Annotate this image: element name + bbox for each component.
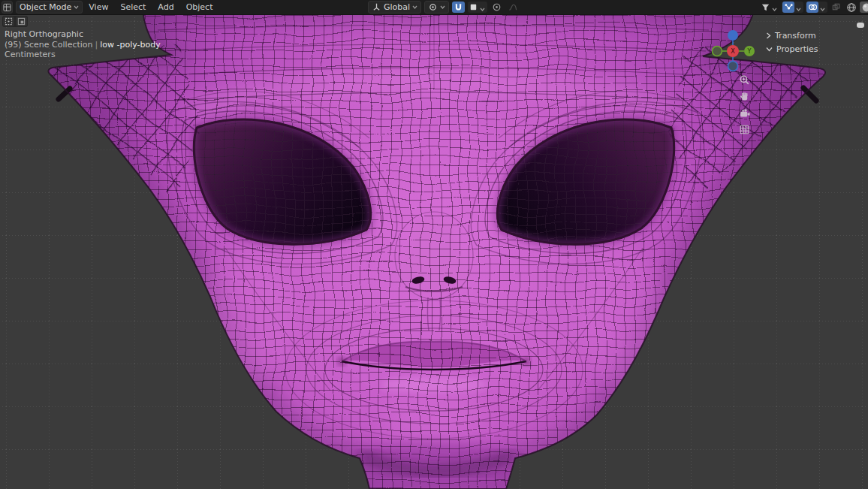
view-name-label: Right Orthographic (5, 29, 161, 40)
active-object-name: low -poly-body (100, 40, 161, 50)
viewport-corner-tools (2, 16, 28, 27)
pan-button[interactable] (738, 90, 751, 103)
show-gizmo-icon (784, 2, 794, 12)
show-gizmo-toggle[interactable] (782, 2, 794, 13)
menu-object[interactable]: Object (180, 0, 219, 14)
corner-tool-button-1[interactable] (3, 17, 14, 26)
select-box-icon (5, 17, 13, 26)
blender-window: Object Mode View Select Add Object Globa… (0, 0, 868, 489)
hand-icon (739, 91, 750, 102)
shading-solid-button[interactable] (860, 2, 868, 13)
show-overlays-icon (808, 2, 818, 12)
units-label: Centimeters (5, 50, 161, 60)
shading-solid-icon (861, 2, 868, 13)
proportional-editing-toggle[interactable] (490, 2, 503, 13)
viewport-info-overlay: Right Orthographic (95) Scene Collection… (5, 29, 161, 60)
mode-label: Object Mode (20, 2, 71, 12)
toggle-xray-button[interactable] (830, 2, 842, 13)
show-gizmo-dropdown[interactable] (782, 2, 803, 13)
show-overlays-toggle[interactable] (806, 2, 818, 13)
menu-view[interactable]: View (83, 0, 114, 14)
toggle-projection-button[interactable] (738, 123, 751, 136)
gizmo-y-label: Y (747, 48, 752, 55)
object-visibility-dropdown[interactable] (760, 2, 779, 13)
zoom-icon (739, 74, 750, 86)
chevron-right-icon (766, 32, 771, 39)
gizmo-axis-z-positive[interactable] (728, 30, 738, 41)
camera-view-button[interactable] (738, 107, 751, 119)
properties-panel-header[interactable]: Properties (766, 42, 818, 56)
transform-orientation-icon (372, 2, 381, 12)
corner-tool-button-2[interactable] (16, 17, 27, 26)
chevron-down-icon (820, 8, 825, 11)
gizmo-axis-z-negative[interactable] (728, 62, 738, 71)
proportional-editing-icon (492, 2, 502, 12)
tool-options-icon (17, 17, 26, 26)
viewport-header: Object Mode View Select Add Object Globa… (0, 0, 868, 15)
viewport-controls (738, 74, 751, 136)
pivot-point-dropdown[interactable] (424, 1, 449, 14)
chevron-down-icon (766, 47, 773, 52)
breadcrumb-separator: | (93, 40, 101, 50)
chevron-down-icon (412, 5, 417, 9)
falloff-curve-icon (508, 2, 518, 12)
gizmo-axis-y-negative[interactable] (713, 47, 722, 56)
transform-panel-label: Transform (775, 31, 816, 41)
sidebar-handle[interactable] (857, 23, 864, 28)
chevron-down-icon (796, 8, 801, 11)
chevron-down-icon (480, 8, 485, 11)
chevron-down-icon (74, 5, 79, 9)
zoom-button[interactable] (738, 74, 751, 86)
menu-add[interactable]: Add (152, 0, 179, 14)
properties-panel-label: Properties (776, 44, 818, 54)
pivot-point-icon (428, 2, 438, 12)
show-overlays-dropdown[interactable] (806, 2, 827, 13)
editor-type-button[interactable] (2, 1, 13, 14)
collection-label: (95) Scene Collection (5, 40, 93, 50)
camera-icon (739, 108, 751, 119)
proportional-falloff-dropdown[interactable] (506, 2, 519, 13)
menu-select[interactable]: Select (114, 0, 152, 14)
shading-wireframe-icon (846, 2, 857, 13)
snap-toggle-button[interactable] (452, 2, 465, 13)
transform-panel-header[interactable]: Transform (766, 29, 818, 42)
object-visibility-funnel-icon (761, 2, 770, 12)
navigation-gizmo[interactable]: X Y (712, 27, 757, 74)
active-object-breadcrumb: (95) Scene Collection|low -poly-body (5, 40, 161, 50)
shading-wireframe-button[interactable] (845, 2, 857, 13)
editor-type-icon (3, 3, 11, 12)
mode-dropdown[interactable]: Object Mode (16, 1, 83, 14)
chevron-down-icon (772, 8, 777, 11)
chevron-down-icon (440, 5, 445, 9)
snap-magnet-icon (454, 2, 463, 12)
gizmo-x-label: X (731, 48, 735, 55)
snap-target-dropdown[interactable] (468, 2, 487, 13)
orientation-label: Global (384, 2, 410, 12)
sidebar-panels: Transform Properties (766, 29, 818, 56)
transform-orientation-dropdown[interactable]: Global (368, 1, 421, 14)
grid-icon (739, 124, 750, 135)
snap-target-icon (469, 2, 478, 12)
toggle-xray-icon (831, 2, 841, 12)
